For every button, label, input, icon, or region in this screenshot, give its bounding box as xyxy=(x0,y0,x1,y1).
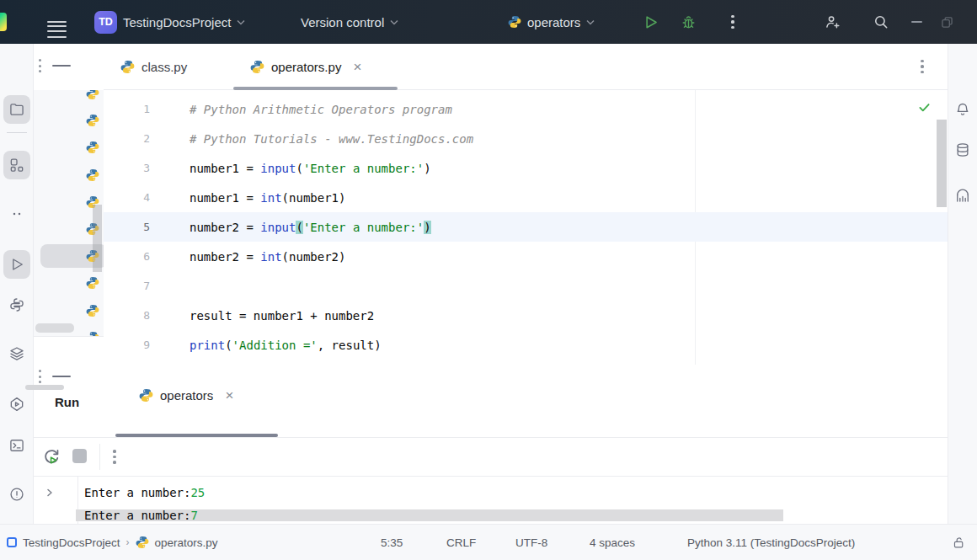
project-horizontal-scrollbar[interactable] xyxy=(35,323,74,333)
code-text[interactable]: # Python Arithmetic Operators program xyxy=(190,103,452,116)
tab-options-icon[interactable] xyxy=(910,55,934,78)
close-run-tab-icon[interactable]: × xyxy=(225,388,233,403)
hide-project-panel-icon[interactable] xyxy=(52,65,71,67)
line-number[interactable]: 4 xyxy=(104,191,150,204)
code-line[interactable]: 7 xyxy=(104,271,948,301)
inspections-ok-icon[interactable] xyxy=(917,100,932,118)
code-line[interactable]: 8result = number1 + number2 xyxy=(104,301,948,330)
tab-operators-py[interactable]: operators.py × xyxy=(250,44,361,90)
minimize-button[interactable] xyxy=(911,0,922,44)
run-console[interactable]: Enter a number:25Enter a number:7 xyxy=(34,477,948,524)
structure-icon[interactable] xyxy=(3,151,30,179)
line-number[interactable]: 8 xyxy=(104,309,150,322)
main-menu-icon[interactable] xyxy=(47,0,67,44)
run-tab-label[interactable]: operators xyxy=(160,388,213,403)
project-file-row[interactable] xyxy=(34,162,104,189)
code-line[interactable]: 4number1 = int(number1) xyxy=(104,183,948,212)
status-breadcrumb[interactable]: TestingDocsProject › operators.py xyxy=(7,525,218,560)
run-anything-icon[interactable] xyxy=(3,390,30,419)
project-vertical-scrollbar[interactable] xyxy=(93,205,102,272)
project-file-row[interactable] xyxy=(34,134,104,161)
editor-vertical-scrollbar[interactable] xyxy=(937,120,947,207)
project-badge[interactable]: TD xyxy=(94,11,117,34)
services-icon[interactable] xyxy=(3,339,30,368)
project-file-row[interactable] xyxy=(34,90,104,107)
project-widget[interactable]: TD TestingDocsProject xyxy=(94,0,245,44)
line-number[interactable]: 3 xyxy=(104,162,150,174)
breadcrumb-project[interactable]: TestingDocsProject xyxy=(23,536,120,549)
code-line[interactable]: 2# Python Tutorials - www.TestingDocs.co… xyxy=(104,124,948,153)
project-panel-options-icon[interactable] xyxy=(39,59,41,72)
code-line[interactable]: 5number2 = input('Enter a number:') xyxy=(104,212,948,242)
code-line[interactable]: 6number2 = int(number2) xyxy=(104,242,948,271)
database-icon[interactable] xyxy=(950,136,975,164)
run-tab-operators[interactable]: operators × xyxy=(139,388,233,403)
rerun-icon[interactable] xyxy=(40,445,62,467)
code-text[interactable]: number2 = input('Enter a number:') xyxy=(190,221,431,234)
tab-label[interactable]: operators.py xyxy=(271,60,341,74)
run-panel-options-icon[interactable] xyxy=(39,370,41,383)
code-text[interactable]: number2 = int(number2) xyxy=(190,250,345,264)
more-actions-icon[interactable] xyxy=(721,0,745,44)
python-file-icon xyxy=(86,141,99,154)
python-file-icon xyxy=(508,15,521,29)
run-more-options-icon[interactable] xyxy=(108,444,121,470)
code-text[interactable]: number1 = int(number1) xyxy=(190,191,345,205)
indent-widget[interactable]: 4 spaces xyxy=(590,525,635,560)
run-tabs-scrollbar[interactable] xyxy=(25,385,64,390)
line-number[interactable]: 7 xyxy=(104,280,150,292)
notifications-icon[interactable] xyxy=(950,95,975,124)
line-number[interactable]: 2 xyxy=(104,132,150,145)
code-editor[interactable]: 1# Python Arithmetic Operators program2#… xyxy=(104,90,948,365)
line-number[interactable]: 5 xyxy=(104,221,150,233)
project-file-row[interactable] xyxy=(34,107,104,134)
line-number[interactable]: 6 xyxy=(104,250,150,263)
search-icon[interactable] xyxy=(869,0,893,44)
line-number[interactable]: 1 xyxy=(104,103,150,115)
code-text[interactable]: print('Addition =', result) xyxy=(190,339,382,352)
tab-label[interactable]: class.py xyxy=(141,60,187,74)
project-name[interactable]: TestingDocsProject xyxy=(123,15,231,29)
code-line[interactable]: 9print('Addition =', result) xyxy=(104,330,948,360)
add-user-icon[interactable] xyxy=(820,0,844,44)
project-file-tree[interactable] xyxy=(34,90,104,337)
status-bar: TestingDocsProject › operators.py 5:35 C… xyxy=(0,524,977,560)
interpreter-widget[interactable]: Python 3.11 (TestingDocsProject) xyxy=(687,525,855,560)
run-button[interactable] xyxy=(638,0,662,44)
hide-run-panel-icon[interactable] xyxy=(52,376,71,377)
run-icon[interactable] xyxy=(3,250,30,279)
problems-icon[interactable] xyxy=(3,480,30,509)
more-tool-windows-icon[interactable] xyxy=(3,200,30,228)
project-file-row[interactable] xyxy=(34,297,104,324)
code-text[interactable]: result = number1 + number2 xyxy=(190,309,374,323)
stop-icon[interactable] xyxy=(72,449,87,463)
console-line[interactable]: Enter a number:25 xyxy=(84,482,205,504)
python-packages-icon[interactable] xyxy=(3,291,30,319)
lock-icon[interactable] xyxy=(952,525,966,560)
project-file-row[interactable] xyxy=(34,269,104,296)
run-config-widget[interactable]: operators xyxy=(508,0,595,44)
code-text[interactable]: # Python Tutorials - www.TestingDocs.com xyxy=(190,132,473,146)
close-tab-icon[interactable]: × xyxy=(353,60,361,74)
run-config-name[interactable]: operators xyxy=(527,15,580,29)
project-icon[interactable] xyxy=(3,95,30,124)
vcs-widget[interactable]: Version control xyxy=(301,0,398,44)
caret-position-widget[interactable]: 5:35 xyxy=(381,525,403,560)
plots-icon[interactable] xyxy=(950,181,975,210)
vcs-label[interactable]: Version control xyxy=(301,15,384,29)
code-line[interactable]: 1# Python Arithmetic Operators program xyxy=(104,94,948,124)
tab-class-py[interactable]: class.py xyxy=(120,44,187,90)
breadcrumb-file[interactable]: operators.py xyxy=(155,536,218,549)
code-text[interactable]: number1 = input('Enter a number:') xyxy=(190,162,431,175)
terminal-icon[interactable] xyxy=(3,431,30,460)
console-line[interactable]: Enter a number:7 xyxy=(84,504,198,524)
fold-chevron-icon[interactable] xyxy=(44,487,56,502)
debug-button[interactable] xyxy=(676,0,700,44)
code-line[interactable]: 3number1 = input('Enter a number:') xyxy=(104,153,948,183)
line-separator-widget[interactable]: CRLF xyxy=(446,525,476,560)
line-number[interactable]: 9 xyxy=(104,339,150,351)
python-file-icon xyxy=(86,304,99,317)
python-file-icon xyxy=(250,60,264,74)
encoding-widget[interactable]: UTF-8 xyxy=(515,525,547,560)
restore-button[interactable] xyxy=(942,0,953,44)
